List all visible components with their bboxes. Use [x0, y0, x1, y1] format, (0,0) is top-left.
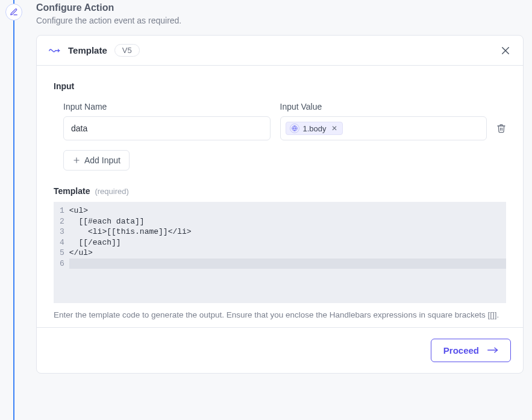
value-chip-label: 1.body [303, 124, 327, 133]
template-required-hint: (required) [95, 187, 128, 196]
code-area[interactable]: <ul> [[#each data]] <li>[[this.name]]</l… [69, 202, 506, 303]
input-name-label: Input Name [63, 102, 271, 111]
edit-step-icon [5, 4, 22, 20]
proceed-label: Proceed [443, 345, 479, 356]
workflow-timeline [13, 0, 14, 420]
card-header-left: Template V5 [49, 44, 140, 57]
input-row: Input Name Input Value 1.body ✕ [54, 102, 506, 140]
plus-icon [72, 156, 81, 165]
template-help-text: Enter the template code to generate the … [54, 309, 506, 321]
arrow-right-icon [487, 346, 498, 354]
chip-remove-button[interactable]: ✕ [330, 125, 339, 132]
card-body: Input Input Name Input Value [37, 66, 523, 327]
input-value-column: Input Value 1.body ✕ [280, 102, 487, 140]
add-input-label: Add Input [84, 155, 120, 165]
version-badge: V5 [114, 44, 140, 57]
input-value-label: Input Value [280, 102, 487, 111]
content-column: Configure Action Configure the action ev… [36, 2, 524, 420]
template-code-editor[interactable]: 123456 <ul> [[#each data]] <li>[[this.na… [54, 202, 506, 303]
delete-input-button[interactable] [496, 116, 506, 140]
card-header: Template V5 [37, 36, 523, 66]
code-gutter: 123456 [54, 202, 69, 303]
add-input-button[interactable]: Add Input [63, 150, 130, 171]
value-chip[interactable]: 1.body ✕ [286, 122, 343, 135]
flow-icon [49, 46, 61, 55]
step-subtitle: Configure the action event as required. [36, 16, 524, 25]
action-card: Template V5 Input Input Name Input Value [36, 35, 524, 374]
input-section-label: Input [54, 81, 506, 91]
template-header: Template (required) [54, 186, 506, 196]
input-name-field[interactable] [63, 116, 271, 140]
card-footer: Proceed [37, 327, 523, 373]
input-name-column: Input Name [63, 102, 271, 140]
configure-action-stage: Configure Action Configure the action ev… [0, 0, 532, 420]
globe-icon [290, 124, 299, 133]
proceed-button[interactable]: Proceed [431, 339, 511, 362]
input-value-field[interactable]: 1.body ✕ [280, 116, 487, 140]
close-icon [500, 45, 511, 56]
template-label: Template [54, 186, 90, 196]
step-title: Configure Action [36, 2, 524, 13]
trash-icon [496, 124, 506, 133]
card-title: Template [68, 45, 107, 55]
close-button[interactable] [500, 45, 511, 56]
pencil-icon [10, 8, 18, 16]
